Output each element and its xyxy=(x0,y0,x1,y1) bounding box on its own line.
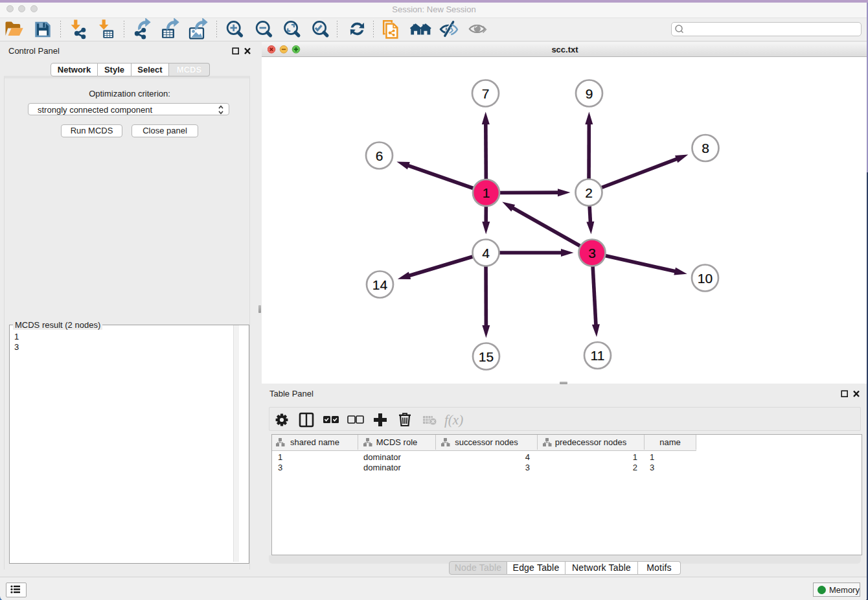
svg-text:3: 3 xyxy=(588,246,596,260)
svg-text:4: 4 xyxy=(482,246,490,260)
svg-text:10: 10 xyxy=(698,271,713,286)
svg-text:11: 11 xyxy=(591,348,605,363)
svg-text:f(x): f(x) xyxy=(444,412,463,428)
svg-text:1: 1 xyxy=(483,185,490,200)
svg-text:6: 6 xyxy=(376,148,383,163)
svg-text:2: 2 xyxy=(585,185,593,200)
svg-text:15: 15 xyxy=(479,349,494,364)
svg-text:9: 9 xyxy=(586,86,593,101)
svg-text:14: 14 xyxy=(372,277,388,292)
svg-text:8: 8 xyxy=(702,141,709,156)
svg-text:7: 7 xyxy=(482,86,490,101)
